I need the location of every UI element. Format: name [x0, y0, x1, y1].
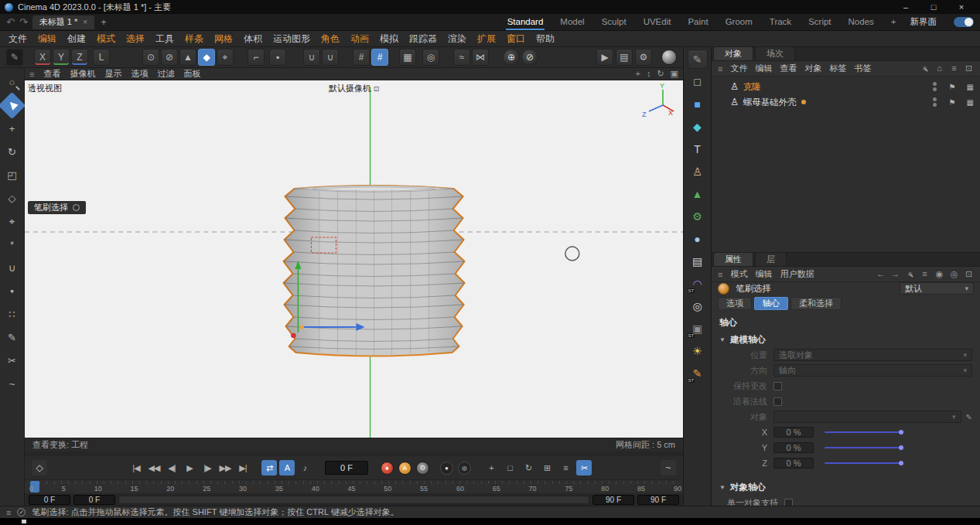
minimize-button[interactable]: – [892, 2, 920, 12]
tool-mode-tab[interactable]: 柔和选择 [790, 297, 842, 310]
close-tab-icon[interactable]: × [83, 18, 87, 26]
paint-select-icon[interactable]: ▪ [2, 281, 22, 301]
close-button[interactable]: × [948, 2, 975, 12]
position-key-toggle[interactable]: + [483, 460, 499, 476]
history-forward-icon[interactable]: → [890, 269, 900, 279]
y-slider[interactable] [825, 447, 902, 448]
keyframe-ring-button[interactable]: ◎ [458, 462, 471, 475]
object-picker-icon[interactable]: ✎ [966, 413, 972, 421]
flag-tag-icon[interactable]: ⚑ [949, 83, 956, 91]
texture-tile-icon[interactable]: ▪ [269, 49, 286, 66]
y-axis-lock[interactable]: Y [53, 49, 70, 66]
orientation-dropdown[interactable]: 轴向 ▾ [773, 364, 972, 377]
layout-tab[interactable]: Sculpt [600, 14, 628, 30]
phong-tag-icon[interactable]: ▦ [967, 83, 974, 91]
rotate-view-icon[interactable]: ↻ [657, 69, 664, 79]
render-picture-viewer-icon[interactable]: ▤ [616, 49, 633, 66]
new-panel-icon[interactable]: ⊡ [964, 63, 974, 73]
range-end-field-2[interactable]: 90 F [637, 495, 679, 505]
menu-item[interactable]: 模式 [91, 32, 121, 46]
gear-icon[interactable]: ⚙ [688, 206, 708, 226]
platonic-icon[interactable]: ◆ [688, 117, 708, 136]
landscape-icon[interactable]: ▲ [688, 184, 708, 203]
manager-tab[interactable]: 属性 [713, 252, 753, 266]
pin-icon[interactable]: ◎ [949, 269, 959, 279]
menu-item[interactable]: 角色 [316, 32, 345, 46]
tool-mode-tab[interactable]: 选项 [718, 297, 752, 310]
menu-item[interactable]: 帮助 [531, 32, 560, 46]
bend-icon[interactable]: ◠ ST [688, 274, 708, 293]
model-mode-icon[interactable]: ◆ [198, 49, 215, 66]
record-keyframe-button[interactable]: ● [381, 462, 394, 475]
layout-tab[interactable]: Standard [506, 14, 545, 30]
x-axis-lock[interactable]: X [34, 49, 51, 66]
enabled-dot[interactable] [801, 100, 806, 104]
play-button[interactable]: ▶ [182, 460, 197, 476]
om-menu-item[interactable]: 对象 [804, 63, 821, 74]
camera-label[interactable]: 默认摄像机 ⊡ [25, 83, 683, 94]
layout-tab[interactable]: Track [768, 14, 793, 30]
visibility-dots[interactable] [933, 82, 937, 91]
camera-icon[interactable]: ▣ ST [688, 319, 708, 338]
layout-tab[interactable]: Paint [686, 14, 709, 30]
om-menu-item[interactable]: 编辑 [755, 63, 772, 74]
prev-frame-button[interactable]: ◀| [164, 460, 179, 476]
spline-pen-icon[interactable]: ~ [2, 374, 22, 394]
snap-toggle-icon[interactable]: ∪ [303, 49, 320, 66]
workplane-grid-icon[interactable]: ▦ [399, 49, 416, 66]
fcurve-mode-button[interactable]: ~ [660, 459, 677, 476]
camera-badge-icon[interactable]: ⊡ [374, 85, 380, 93]
home-icon[interactable]: ⌂ [934, 63, 944, 73]
text-icon[interactable]: T [688, 139, 708, 159]
document-tab[interactable]: 未标题 1 * × [32, 15, 94, 29]
menu-item[interactable]: 跟踪器 [404, 32, 442, 46]
layout-tab[interactable]: Model [558, 14, 586, 30]
x-value-field[interactable]: 0 % [773, 427, 814, 438]
brush-tool-icon[interactable]: ✎ [2, 328, 22, 347]
layout-tab[interactable]: + [890, 14, 898, 30]
global-coord-icon[interactable]: ⊕ [503, 49, 520, 66]
z-value-field[interactable]: 0 % [773, 458, 814, 469]
target-icon[interactable]: ◎ [422, 49, 439, 66]
menu-item[interactable]: 模拟 [374, 32, 404, 46]
parameter-key-toggle[interactable]: ⊞ [539, 460, 555, 476]
key-selection-toggle[interactable]: ✂ [576, 460, 592, 476]
keep-changes-checkbox[interactable] [773, 382, 782, 390]
flag-tag-icon[interactable]: ⚑ [949, 98, 956, 107]
keying-settings-button[interactable]: ⚙ [416, 462, 429, 475]
collapse-arrow-icon[interactable]: ▼ [719, 336, 726, 343]
menu-item[interactable]: 文件 [3, 32, 32, 46]
preset-dropdown[interactable]: 默认 ▾ [900, 282, 974, 295]
menu-item[interactable]: 渲染 [442, 32, 472, 46]
point-paint-icon[interactable]: ∷ [2, 305, 22, 324]
redo-icon[interactable]: ↷ [19, 16, 28, 28]
menu-item[interactable]: 网格 [209, 32, 238, 46]
tablet-pen-icon[interactable]: ✎ [6, 49, 23, 66]
viewport-menu-item[interactable]: 摄像机 [70, 68, 95, 80]
plane-icon[interactable]: □ [688, 72, 708, 91]
slide-icon[interactable]: ⋈ [472, 49, 489, 66]
layout-tab[interactable]: Script [807, 14, 832, 30]
z-axis-lock[interactable]: Z [71, 49, 88, 66]
am-menu-item[interactable]: 编辑 [755, 268, 772, 280]
single-object-checkbox[interactable] [784, 499, 793, 506]
viewport-hamburger-icon[interactable]: ≡ [29, 70, 34, 79]
rotate-tool-icon[interactable]: ↻ [2, 142, 22, 162]
menu-item[interactable]: 体积 [238, 32, 268, 46]
viewport-menu-item[interactable]: 面板 [183, 68, 200, 80]
pla-key-toggle[interactable]: ≡ [558, 460, 573, 476]
rotation-key-toggle[interactable]: ↻ [521, 460, 536, 476]
polygon-mode-icon[interactable]: ▲ [179, 49, 196, 66]
object-name[interactable]: 克隆 [743, 81, 761, 93]
range-end-field[interactable]: 90 F [592, 495, 634, 505]
autokeying-button[interactable]: A [398, 462, 411, 475]
position-dropdown[interactable]: 选取对象 ▾ [773, 349, 972, 361]
menu-item[interactable]: 选择 [121, 32, 150, 46]
object-link-field[interactable]: ▾ [773, 411, 961, 423]
phong-tag-icon[interactable]: ▦ [967, 98, 974, 107]
timeline-ruler[interactable]: 051015202530354045505560657075808590 [25, 479, 683, 493]
om-hamburger-icon[interactable]: ≡ [718, 64, 722, 73]
cube-icon[interactable]: ■ [688, 94, 708, 114]
keyframe-dot-button[interactable]: ● [440, 462, 453, 475]
next-key-button[interactable]: ▶▶ [217, 460, 233, 476]
